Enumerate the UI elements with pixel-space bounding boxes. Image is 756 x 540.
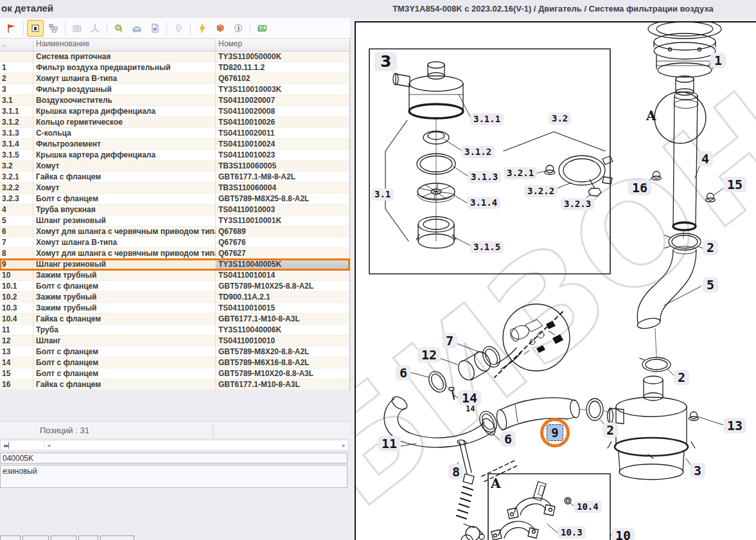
bottom-button[interactable]: [51, 536, 76, 540]
callout-3.1.5[interactable]: 3.1.5: [470, 241, 504, 253]
view-3d-icon[interactable]: [87, 20, 103, 37]
price-icon[interactable]: [254, 20, 270, 37]
callout-A[interactable]: A: [491, 476, 501, 491]
table-row[interactable]: 11ТрубаTY3S110040006K: [0, 325, 349, 336]
table-row[interactable]: 6Хомут для шланга с червячным приводом т…: [0, 226, 349, 237]
scheme-tree-icon[interactable]: [45, 20, 62, 37]
callout-10[interactable]: 10: [611, 528, 635, 540]
callout-14[interactable]: 14: [466, 405, 475, 413]
table-row[interactable]: 3.2.1Гайка с фланцемGBT6177.1-M8-8-A2L: [0, 172, 349, 183]
table-row[interactable]: 16Гайка с фланцемGBT6177.1-M10-8-A3L: [0, 379, 349, 390]
toolbar-separator: [190, 22, 191, 35]
table-row[interactable]: 10.4Гайка с фланцемGBT6177.1-M10-8-A3L: [0, 314, 349, 325]
table-row[interactable]: 3.2ХомутTB3S110060005: [0, 161, 349, 172]
callout-10.4[interactable]: 10.4: [574, 501, 602, 513]
callout-6[interactable]: 6: [396, 365, 411, 381]
vehicle-icon[interactable]: [128, 20, 145, 37]
callout-1[interactable]: 1: [710, 53, 726, 68]
bottom-button[interactable]: [78, 536, 98, 540]
table-row[interactable]: 10.2Зажим трубныйTD900.11A.2.1: [0, 292, 349, 303]
table-header: .. Наименование Номер: [0, 39, 349, 51]
table-row[interactable]: 3.1.5Крышка картера диффенциалаTS0411001…: [0, 150, 349, 161]
table-row[interactable]: 4Труба впускнаяTS04110010003: [0, 204, 349, 215]
bottom-button[interactable]: [100, 536, 134, 540]
status-bar: Позиций : 31: [0, 421, 350, 439]
scroll-track[interactable]: ◂ ▸: [44, 442, 348, 449]
flag-icon[interactable]: [3, 20, 20, 37]
callout-15[interactable]: 15: [723, 177, 746, 192]
info-icon[interactable]: i: [230, 20, 247, 37]
parts-list-icon[interactable]: [27, 20, 44, 37]
table-row[interactable]: 3.1.3С-кольцаTS04110020011: [0, 128, 349, 139]
column-header-number[interactable]: Номер: [216, 39, 349, 51]
cube-icon[interactable]: [212, 20, 229, 37]
callout-3.1[interactable]: 3.1: [371, 188, 394, 201]
callout-3.2.1[interactable]: 3.2.1: [504, 167, 537, 179]
callout-13[interactable]: 13: [723, 418, 746, 433]
table-row[interactable]: Система приточнаяTY3S110050000K: [0, 51, 349, 62]
table-row[interactable]: 1Фильтр воздуха предварительныйTD820.11.…: [0, 62, 349, 73]
horizontal-scrollbar[interactable]: ▸▸▏ ◂ ▸: [0, 440, 349, 451]
positions-count: Позиций : 31: [40, 422, 89, 439]
callout-2[interactable]: 2: [602, 422, 618, 438]
table-row[interactable]: 10.3Зажим трубныйTS04110010015: [0, 303, 349, 314]
callout-3.1.2[interactable]: 3.1.2: [461, 146, 495, 158]
callout-14[interactable]: 14: [458, 390, 481, 406]
callout-3.1.4[interactable]: 3.1.4: [467, 197, 500, 209]
callout-3.1.1[interactable]: 3.1.1: [470, 113, 504, 125]
applicability-icon[interactable]: i: [110, 20, 127, 37]
callout-9[interactable]: 9: [540, 418, 570, 447]
table-row[interactable]: 3.2.2ХомутTB3S110060004: [0, 183, 349, 194]
column-header-pos[interactable]: ..: [0, 39, 33, 51]
table-row[interactable]: 14Болт с фланцемGBT5789-M6X16-8.8-A2L: [0, 357, 349, 368]
table-row[interactable]: 5Шланг резиновыйTY3S110010001K: [0, 215, 349, 226]
callout-6[interactable]: 6: [500, 431, 516, 447]
column-header-name[interactable]: Наименование: [33, 39, 216, 51]
callout-5[interactable]: 5: [703, 277, 718, 292]
callout-8[interactable]: 8: [448, 464, 464, 480]
table-row[interactable]: 3.1.4ФильтроэлементTS04110010024: [0, 139, 349, 150]
callout-A[interactable]: A: [646, 109, 656, 123]
scroll-right-icon[interactable]: ▸: [342, 442, 346, 449]
document-icon[interactable]: e: [146, 20, 163, 37]
callout-3.2.2[interactable]: 3.2.2: [524, 185, 558, 197]
callout-10.3[interactable]: 10.3: [558, 526, 586, 539]
image-icon[interactable]: [69, 20, 85, 37]
table-row[interactable]: 7Хомут шланга В-типаQ67676: [0, 237, 349, 248]
callout-7[interactable]: 7: [442, 333, 457, 348]
callout-16[interactable]: 16: [628, 180, 651, 195]
callout-4[interactable]: 4: [698, 151, 713, 166]
skip-end-icon[interactable]: ▸▸▏: [1, 440, 44, 450]
scroll-left-icon[interactable]: ◂: [47, 442, 50, 449]
callout-12[interactable]: 12: [418, 347, 441, 363]
breadcrumb: ТМ3Y1A854-008K с 2023.02.16(V-1) / Двига…: [350, 0, 756, 18]
table-row[interactable]: 10Зажим трубныйTS04110010014: [0, 270, 349, 281]
bulb-icon[interactable]: [170, 20, 187, 37]
table-row[interactable]: 3.1.2Кольцо герметическоеTS04110010026: [0, 117, 349, 128]
lightning-icon[interactable]: [194, 20, 211, 37]
table-row[interactable]: 9Шланг резиновыйTY3S110040005K: [0, 259, 349, 270]
table-row[interactable]: 2Хомут шланга В-типаQ676102: [0, 73, 349, 84]
callout-2[interactable]: 2: [703, 240, 718, 255]
title-bar: ок деталей ТМ3Y1A854-008K с 2023.02.16(V…: [0, 0, 756, 18]
callout-11[interactable]: 11: [378, 436, 401, 451]
table-row[interactable]: 12ШлангTS04110010010: [0, 336, 349, 346]
callout-3.1.3[interactable]: 3.1.3: [468, 171, 501, 183]
callout-3[interactable]: 3: [374, 52, 397, 71]
bottom-button[interactable]: [22, 536, 49, 540]
table-row[interactable]: 3.2.3Болт с фланцемGBT5789-M8X25-8.8-A2L: [0, 194, 349, 204]
table-row[interactable]: 3.1.1Крышка картера диффенциалаTS0411002…: [0, 106, 349, 117]
table-row[interactable]: 13Болт с фланцемGBT5789-M8X20-8.8-A2L: [0, 346, 349, 357]
bottom-button[interactable]: [0, 536, 21, 540]
callout-3.2[interactable]: 3.2: [549, 113, 571, 125]
callout-2[interactable]: 2: [674, 370, 689, 385]
selected-name-field: езиновый: [0, 465, 347, 488]
svg-text:e: e: [154, 26, 157, 32]
table-row[interactable]: 10.1Болт с фланцемGBT5789-M10X25-8.8-A2L: [0, 281, 349, 292]
callout-3[interactable]: 3: [690, 463, 705, 478]
callout-3.2.3[interactable]: 3.2.3: [561, 198, 594, 210]
table-row[interactable]: 15Болт с фланцемGBT5789-M10X20-8.8-A3L: [0, 368, 349, 379]
table-row[interactable]: 8Хомут для шланга с червячным приводом т…: [0, 248, 349, 259]
table-row[interactable]: 3.1ВоздухоочистительTS04110020007: [0, 95, 349, 106]
table-row[interactable]: 3Фильтр воздушныйTY3S110010003K: [0, 84, 349, 95]
